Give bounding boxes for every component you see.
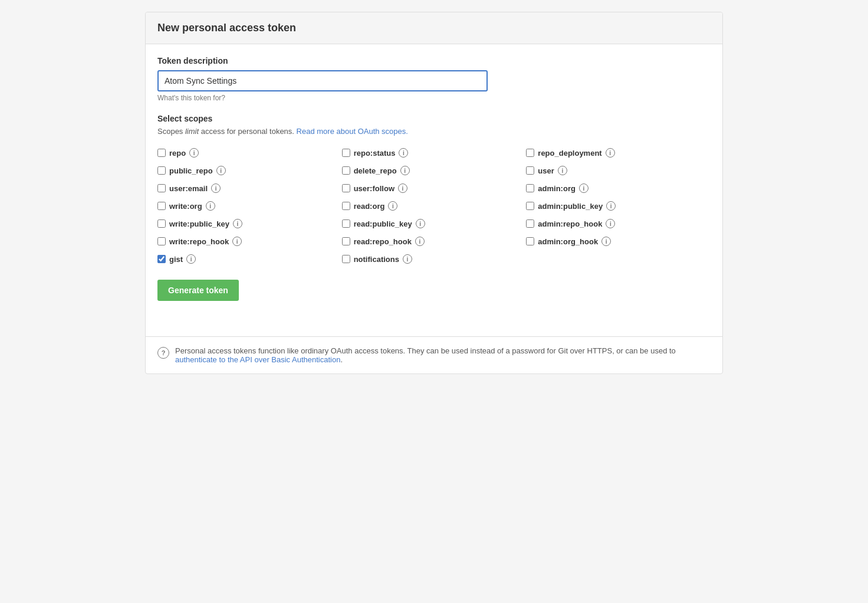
info-icon-repo[interactable]: i xyxy=(189,148,199,158)
scope-checkbox-user-follow[interactable] xyxy=(342,184,350,192)
scope-label-user[interactable]: user xyxy=(538,166,554,175)
scope-label-write-repo-hook[interactable]: write:repo_hook xyxy=(169,237,229,246)
scope-label-admin-org[interactable]: admin:org xyxy=(538,184,576,193)
scopes-grid: repo i repo:status i repo_deployment i p… xyxy=(157,144,711,268)
scope-checkbox-admin-repo-hook[interactable] xyxy=(526,219,534,228)
info-icon-admin-public-key[interactable]: i xyxy=(606,201,616,211)
scope-checkbox-admin-public-key[interactable] xyxy=(526,202,534,210)
page-title: New personal access token xyxy=(157,22,711,34)
footer-text: Personal access tokens function like ord… xyxy=(175,346,711,364)
scopes-desc-prefix: Scopes xyxy=(157,127,185,136)
info-icon-delete-repo[interactable]: i xyxy=(400,166,410,175)
info-icon-write-repo-hook[interactable]: i xyxy=(232,237,242,246)
scope-checkbox-read-repo-hook[interactable] xyxy=(342,237,350,245)
footer-text-prefix: Personal access tokens function like ord… xyxy=(175,346,676,355)
scope-label-gist[interactable]: gist xyxy=(169,255,183,264)
scope-label-repo[interactable]: repo xyxy=(169,149,186,158)
info-icon-read-public-key[interactable]: i xyxy=(416,219,425,228)
scope-label-delete-repo[interactable]: delete_repo xyxy=(354,166,397,175)
token-description-input[interactable] xyxy=(157,70,488,91)
footer-note: ? Personal access tokens function like o… xyxy=(146,336,722,373)
scope-label-admin-org-hook[interactable]: admin:org_hook xyxy=(538,237,598,246)
scope-checkbox-write-public-key[interactable] xyxy=(157,219,166,228)
scope-label-repo-status[interactable]: repo:status xyxy=(354,149,396,158)
scope-checkbox-write-repo-hook[interactable] xyxy=(157,237,166,245)
info-icon-repo-deployment[interactable]: i xyxy=(606,148,615,158)
info-icon-repo-status[interactable]: i xyxy=(399,148,408,158)
info-icon-read-repo-hook[interactable]: i xyxy=(415,237,425,246)
scope-item-empty xyxy=(526,250,711,268)
oauth-scopes-link[interactable]: Read more about OAuth scopes. xyxy=(297,127,408,136)
scope-item-user: user i xyxy=(526,162,711,179)
scope-checkbox-delete-repo[interactable] xyxy=(342,166,350,175)
token-description-label: Token description xyxy=(157,56,711,65)
scope-item-user-follow: user:follow i xyxy=(342,179,527,197)
scope-checkbox-gist[interactable] xyxy=(157,255,166,263)
info-icon-notifications[interactable]: i xyxy=(403,254,412,264)
scope-item-admin-org: admin:org i xyxy=(526,179,711,197)
scope-label-admin-public-key[interactable]: admin:public_key xyxy=(538,202,603,211)
scope-label-user-follow[interactable]: user:follow xyxy=(354,184,394,193)
scope-checkbox-repo-deployment[interactable] xyxy=(526,149,534,157)
scope-item-read-org: read:org i xyxy=(342,197,527,215)
scope-checkbox-notifications[interactable] xyxy=(342,255,350,263)
select-scopes-desc: Scopes limit access for personal tokens.… xyxy=(157,127,711,136)
scope-checkbox-admin-org[interactable] xyxy=(526,184,534,192)
scope-item-repo-deployment: repo_deployment i xyxy=(526,144,711,162)
scope-checkbox-user-email[interactable] xyxy=(157,184,166,192)
scope-checkbox-write-org[interactable] xyxy=(157,202,166,210)
scope-checkbox-user[interactable] xyxy=(526,166,534,175)
scope-label-read-org[interactable]: read:org xyxy=(354,202,385,211)
scope-label-user-email[interactable]: user:email xyxy=(169,184,208,193)
scope-item-repo: repo i xyxy=(157,144,342,162)
scope-checkbox-repo[interactable] xyxy=(157,149,166,157)
scope-label-write-org[interactable]: write:org xyxy=(169,202,202,211)
scope-label-notifications[interactable]: notifications xyxy=(354,255,399,264)
scope-item-read-repo-hook: read:repo_hook i xyxy=(342,232,527,250)
scope-checkbox-read-org[interactable] xyxy=(342,202,350,210)
main-container: New personal access token Token descript… xyxy=(145,12,723,374)
scope-checkbox-repo-status[interactable] xyxy=(342,149,350,157)
info-icon-admin-org[interactable]: i xyxy=(579,183,588,193)
info-icon-public-repo[interactable]: i xyxy=(216,166,226,175)
scope-checkbox-public-repo[interactable] xyxy=(157,166,166,175)
scopes-desc-suffix: access for personal tokens. xyxy=(199,127,294,136)
scope-item-public-repo: public_repo i xyxy=(157,162,342,179)
footer-auth-link[interactable]: authenticate to the API over Basic Authe… xyxy=(175,355,340,364)
info-icon-write-org[interactable]: i xyxy=(206,201,215,211)
scope-label-repo-deployment[interactable]: repo_deployment xyxy=(538,149,601,158)
info-icon-admin-repo-hook[interactable]: i xyxy=(606,219,615,228)
select-scopes-group: Select scopes Scopes limit access for pe… xyxy=(157,114,711,313)
scope-label-read-public-key[interactable]: read:public_key xyxy=(354,219,412,228)
scope-label-admin-repo-hook[interactable]: admin:repo_hook xyxy=(538,219,602,228)
scope-item-admin-public-key: admin:public_key i xyxy=(526,197,711,215)
info-icon-read-org[interactable]: i xyxy=(388,201,397,211)
info-icon-user-email[interactable]: i xyxy=(211,183,221,193)
scopes-desc-italic: limit xyxy=(185,127,199,136)
scope-label-read-repo-hook[interactable]: read:repo_hook xyxy=(354,237,412,246)
footer-text-suffix: . xyxy=(340,355,343,364)
scope-item-write-org: write:org i xyxy=(157,197,342,215)
info-icon-admin-org-hook[interactable]: i xyxy=(601,237,611,246)
scope-item-notifications: notifications i xyxy=(342,250,527,268)
footer-info-icon: ? xyxy=(157,347,169,359)
page-header: New personal access token xyxy=(146,12,722,44)
scope-label-public-repo[interactable]: public_repo xyxy=(169,166,213,175)
select-scopes-title: Select scopes xyxy=(157,114,711,123)
scope-item-read-public-key: read:public_key i xyxy=(342,215,527,232)
scope-item-admin-org-hook: admin:org_hook i xyxy=(526,232,711,250)
info-icon-user-follow[interactable]: i xyxy=(398,183,407,193)
info-icon-gist[interactable]: i xyxy=(186,254,196,264)
form-body: Token description What's this token for?… xyxy=(146,44,722,336)
token-description-hint: What's this token for? xyxy=(157,94,711,102)
scope-checkbox-admin-org-hook[interactable] xyxy=(526,237,534,245)
scope-item-write-repo-hook: write:repo_hook i xyxy=(157,232,342,250)
scope-item-repo-status: repo:status i xyxy=(342,144,527,162)
token-description-group: Token description What's this token for? xyxy=(157,56,711,102)
scope-item-write-public-key: write:public_key i xyxy=(157,215,342,232)
info-icon-write-public-key[interactable]: i xyxy=(233,219,242,228)
scope-label-write-public-key[interactable]: write:public_key xyxy=(169,219,229,228)
info-icon-user[interactable]: i xyxy=(558,166,567,175)
generate-token-button[interactable]: Generate token xyxy=(157,280,239,301)
scope-checkbox-read-public-key[interactable] xyxy=(342,219,350,228)
